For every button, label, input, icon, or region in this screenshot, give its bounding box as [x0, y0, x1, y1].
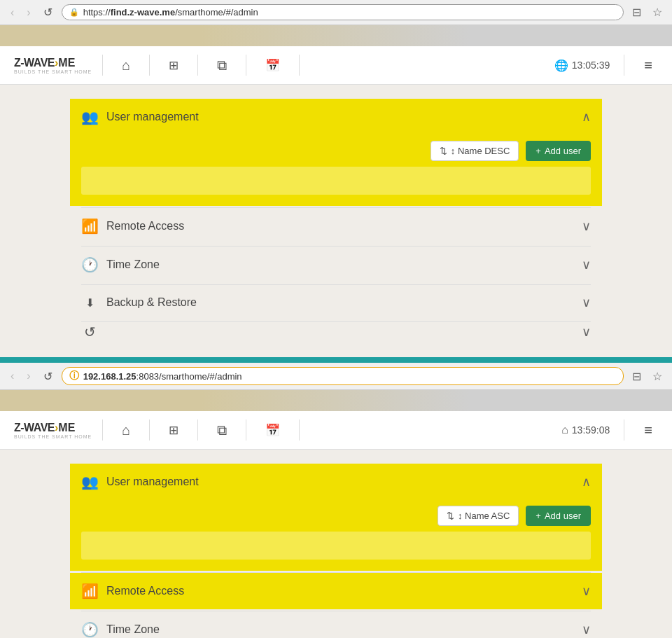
refresh-button-1[interactable]: ↺ [40, 4, 56, 20]
user-management-panel-2: 👥 User management ∧ ⇅ ↕ Name ASC + Add u… [70, 464, 602, 571]
partial-icon-1: ↺ [81, 324, 98, 340]
time-zone-chevron-2: ∨ [582, 622, 591, 637]
logo-2: Z-WAVE › ME BUILDS THE SMART HOME [14, 422, 92, 439]
time-display-1: 🌐 13:05:39 [554, 59, 610, 72]
backup-header-1[interactable]: ⬇ Backup & Restore ∨ [70, 285, 602, 320]
backup-icon-1: ⬇ [81, 296, 98, 310]
user-mgmt-chevron-up-1: ∧ [582, 109, 591, 125]
browser-divider [0, 357, 672, 363]
nav-divider-1a [149, 55, 150, 76]
time-zone-icon-1: 🕐 [81, 256, 98, 273]
time-zone-panel-2: 🕐 Time Zone ∨ [70, 611, 602, 638]
backup-panel-1: ⬇ Backup & Restore ∨ [70, 285, 602, 320]
browser-toolbar-2: ‹ › ↺ ⓘ 192.168.1.25:8083/smarthome/#/ad… [0, 363, 672, 389]
back-button-1[interactable]: ‹ [7, 5, 18, 20]
sort-label-1: ↕ Name DESC [451, 146, 510, 156]
user-management-header-1[interactable]: 👥 User management ∧ [70, 99, 602, 135]
time-display-2: ⌂ 13:59:08 [561, 424, 610, 436]
hamburger-menu-btn-2[interactable]: ≡ [638, 422, 658, 438]
sort-icon-2: ⇅ [447, 511, 454, 521]
remote-access-panel-2: 📶 Remote Access ∨ [70, 573, 602, 609]
numpad-nav-btn-1[interactable]: ⊞ [160, 58, 187, 73]
time-zone-title-1: Time Zone [106, 258, 582, 271]
warn-icon-2: ⓘ [69, 370, 79, 382]
user-mgmt-content-1: ⇅ ↕ Name DESC + Add user [70, 135, 602, 206]
user-mgmt-icon-1: 👥 [81, 109, 98, 125]
time-zone-title-2: Time Zone [106, 623, 582, 636]
calendar-nav-btn-1[interactable]: 📅 [257, 58, 288, 73]
home-nav-btn-1[interactable]: ⌂ [113, 57, 139, 74]
browser-window-1: ‹ › ↺ 🔒 https://find.z-wave.me/smarthome… [0, 0, 672, 25]
nav-divider-2a [149, 419, 150, 441]
nav-divider-2d [299, 419, 300, 441]
admin-content-1: 👥 User management ∧ ⇅ ↕ Name DESC + Add … [70, 85, 602, 357]
copy-nav-btn-1[interactable]: ⧉ [209, 57, 235, 74]
top-nav-2: Z-WAVE › ME BUILDS THE SMART HOME ⌂ ⊞ ⧉ … [0, 411, 672, 450]
address-bar-1[interactable]: 🔒 https://find.z-wave.me/smarthome/#/adm… [62, 4, 624, 20]
user-mgmt-title-1: User management [106, 111, 582, 123]
nav-divider-2e [624, 419, 624, 441]
remote-access-panel-1: 📶 Remote Access ∨ [70, 208, 602, 244]
time-zone-panel-1: 🕐 Time Zone ∨ [70, 247, 602, 283]
sort-icon-1: ⇅ [440, 146, 447, 156]
time-zone-header-2[interactable]: 🕐 Time Zone ∨ [70, 611, 602, 638]
user-management-panel-1: 👥 User management ∧ ⇅ ↕ Name DESC + Add … [70, 99, 602, 206]
remote-access-title-1: Remote Access [106, 220, 582, 233]
sort-label-2: ↕ Name ASC [458, 511, 510, 521]
backup-chevron-1: ∨ [582, 295, 591, 310]
user-management-header-2[interactable]: 👥 User management ∧ [70, 464, 602, 500]
time-zone-icon-2: 🕐 [81, 621, 98, 638]
address-text-1: https://find.z-wave.me/smarthome/#/admin [83, 7, 258, 18]
nav-divider-1d [299, 55, 300, 76]
user-mgmt-content-2: ⇅ ↕ Name ASC + Add user [70, 500, 602, 571]
remote-access-icon-1: 📶 [81, 218, 98, 235]
add-user-plus-icon-2: + [536, 511, 541, 521]
admin-content-2: 👥 User management ∧ ⇅ ↕ Name ASC + Add u… [70, 450, 602, 638]
add-user-label-1: Add user [545, 146, 581, 156]
nav-divider-1c [246, 55, 246, 76]
user-list-area-2 [81, 532, 591, 560]
user-mgmt-controls-2: ⇅ ↕ Name ASC + Add user [81, 500, 591, 532]
nav-divider-2b [197, 419, 198, 441]
nav-right-2: ⌂ 13:59:08 ≡ [561, 419, 658, 441]
bookmark-icon-2[interactable]: ⊟ [629, 368, 644, 384]
calendar-nav-btn-2[interactable]: 📅 [257, 423, 288, 438]
remote-access-title-2: Remote Access [106, 585, 582, 597]
star-icon-1[interactable]: ☆ [650, 4, 665, 20]
bookmark-icon-1[interactable]: ⊟ [629, 4, 644, 20]
user-mgmt-chevron-up-2: ∧ [582, 474, 591, 490]
forward-button-2[interactable]: › [23, 368, 34, 384]
address-text-2: 192.168.1.25:8083/smarthome/#/admin [83, 371, 242, 382]
time-zone-header-1[interactable]: 🕐 Time Zone ∨ [70, 247, 602, 283]
nav-divider-logo-2 [102, 419, 103, 441]
backup-title-1: Backup & Restore [106, 296, 582, 309]
logo-1: Z-WAVE › ME BUILDS THE SMART HOME [14, 57, 92, 74]
back-button-2[interactable]: ‹ [7, 368, 18, 384]
home-nav-btn-2[interactable]: ⌂ [113, 422, 139, 438]
star-icon-2[interactable]: ☆ [650, 368, 665, 384]
nav-divider-logo-1 [102, 55, 103, 76]
copy-nav-btn-2[interactable]: ⧉ [209, 422, 235, 438]
sort-button-2[interactable]: ⇅ ↕ Name ASC [438, 506, 519, 526]
remote-access-header-2[interactable]: 📶 Remote Access ∨ [70, 573, 602, 609]
user-mgmt-controls-1: ⇅ ↕ Name DESC + Add user [81, 135, 591, 167]
refresh-button-2[interactable]: ↺ [40, 368, 56, 384]
hamburger-menu-btn-1[interactable]: ≡ [638, 57, 658, 74]
add-user-plus-icon-1: + [536, 146, 541, 156]
top-nav-1: Z-WAVE › ME BUILDS THE SMART HOME ⌂ ⊞ ⧉ … [0, 46, 672, 85]
add-user-button-1[interactable]: + Add user [526, 141, 591, 161]
page-content-1: Z-WAVE › ME BUILDS THE SMART HOME ⌂ ⊞ ⧉ … [0, 25, 672, 357]
sort-button-1[interactable]: ⇅ ↕ Name DESC [430, 141, 519, 161]
add-user-button-2[interactable]: + Add user [526, 506, 591, 526]
partial-header-1[interactable]: ↺ ∨ [70, 322, 602, 342]
user-mgmt-title-2: User management [106, 476, 582, 488]
nav-divider-1e [624, 55, 624, 76]
address-bar-2[interactable]: ⓘ 192.168.1.25:8083/smarthome/#/admin [62, 367, 624, 385]
page-content-2: Z-WAVE › ME BUILDS THE SMART HOME ⌂ ⊞ ⧉ … [0, 390, 672, 638]
user-list-area-1 [81, 167, 591, 195]
remote-access-header-1[interactable]: 📶 Remote Access ∨ [70, 208, 602, 244]
time-zone-chevron-1: ∨ [582, 257, 591, 272]
numpad-nav-btn-2[interactable]: ⊞ [160, 423, 187, 438]
forward-button-1[interactable]: › [23, 5, 34, 20]
partial-chevron-1: ∨ [582, 324, 591, 340]
